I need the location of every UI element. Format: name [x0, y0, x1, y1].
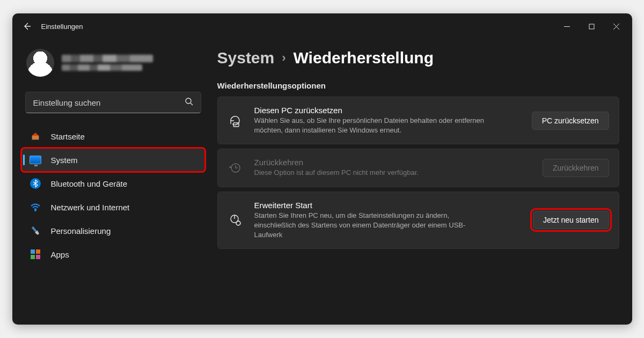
profile-name-redacted	[62, 55, 153, 62]
card-title: Diesen PC zurücksetzen	[254, 106, 520, 115]
apps-icon	[30, 248, 41, 260]
settings-window: Einstellungen Einstellung suchen	[12, 13, 632, 325]
history-icon	[228, 161, 243, 174]
svg-point-6	[35, 210, 36, 211]
sidebar-item-bluetooth[interactable]: Bluetooth und Geräte	[22, 172, 204, 195]
content-area: System › Wiederherstellung Wiederherstel…	[217, 39, 623, 325]
search-placeholder: Einstellung suchen	[33, 98, 101, 107]
avatar	[26, 49, 54, 77]
sidebar-item-personalization[interactable]: Personalisierung	[22, 219, 204, 242]
card-text: Diesen PC zurücksetzen Wählen Sie aus, o…	[254, 106, 520, 135]
search-input[interactable]: Einstellung suchen	[25, 92, 201, 113]
section-title: Wiederherstellungsoptionen	[217, 81, 619, 90]
home-icon	[30, 130, 41, 142]
sidebar-item-label: System	[51, 156, 78, 165]
svg-point-4	[186, 98, 191, 104]
monitor-icon	[30, 154, 41, 166]
sidebar-item-network[interactable]: Netzwerk und Internet	[22, 196, 204, 218]
bluetooth-icon	[30, 178, 41, 189]
card-title: Zurückkehren	[254, 158, 531, 167]
wifi-icon	[30, 201, 41, 213]
window-controls	[555, 16, 629, 36]
card-go-back: Zurückkehren Diese Option ist auf diesem…	[217, 149, 619, 187]
app-title: Einstellungen	[41, 23, 83, 31]
profile-block[interactable]	[22, 46, 204, 87]
card-reset-pc: Diesen PC zurücksetzen Wählen Sie aus, o…	[217, 97, 619, 144]
sidebar-item-label: Personalisierung	[51, 226, 111, 236]
reset-pc-button[interactable]: PC zurücksetzen	[532, 112, 609, 130]
svg-line-5	[191, 103, 193, 105]
sidebar-item-label: Apps	[51, 250, 69, 259]
brush-icon	[30, 225, 41, 237]
chevron-right-icon: ›	[282, 51, 286, 65]
titlebar: Einstellungen	[12, 13, 632, 39]
maximize-button[interactable]	[580, 16, 604, 36]
restart-now-button[interactable]: Jetzt neu starten	[533, 211, 609, 229]
card-description: Starten Sie Ihren PC neu, um die Startei…	[254, 211, 491, 240]
go-back-button: Zurückkehren	[543, 159, 609, 177]
nav-list: Startseite System Bluetooth und Geräte	[22, 125, 204, 266]
svg-rect-1	[589, 24, 594, 29]
card-text: Zurückkehren Diese Option ist auf diesem…	[254, 158, 531, 178]
profile-email-redacted	[62, 64, 142, 71]
card-text: Erweiterter Start Starten Sie Ihren PC n…	[254, 201, 521, 240]
sidebar-item-label: Netzwerk und Internet	[51, 203, 130, 212]
svg-rect-7	[31, 226, 36, 232]
search-icon	[185, 97, 193, 108]
profile-text	[62, 55, 153, 71]
back-arrow-icon[interactable]	[22, 21, 32, 31]
sidebar-item-home[interactable]: Startseite	[22, 125, 204, 148]
sidebar: Einstellung suchen Startseite System	[22, 39, 204, 325]
breadcrumb: System › Wiederherstellung	[217, 49, 619, 67]
breadcrumb-parent[interactable]: System	[217, 49, 275, 67]
body: Einstellung suchen Startseite System	[12, 39, 632, 325]
card-advanced-startup: Erweiterter Start Starten Sie Ihren PC n…	[217, 192, 619, 249]
sidebar-item-apps[interactable]: Apps	[22, 243, 204, 266]
card-description: Diese Option ist auf diesem PC nicht meh…	[254, 168, 491, 178]
sidebar-item-label: Bluetooth und Geräte	[51, 179, 128, 188]
card-description: Wählen Sie aus, ob Sie Ihre persönlichen…	[254, 116, 491, 135]
reset-icon	[228, 114, 243, 127]
sidebar-item-system[interactable]: System	[22, 149, 204, 171]
close-button[interactable]	[604, 16, 629, 36]
sidebar-item-label: Startseite	[51, 132, 85, 141]
power-gear-icon	[228, 214, 243, 226]
minimize-button[interactable]	[555, 16, 580, 36]
breadcrumb-current: Wiederherstellung	[294, 49, 434, 67]
titlebar-left: Einstellungen	[22, 21, 83, 31]
card-title: Erweiterter Start	[254, 201, 521, 210]
